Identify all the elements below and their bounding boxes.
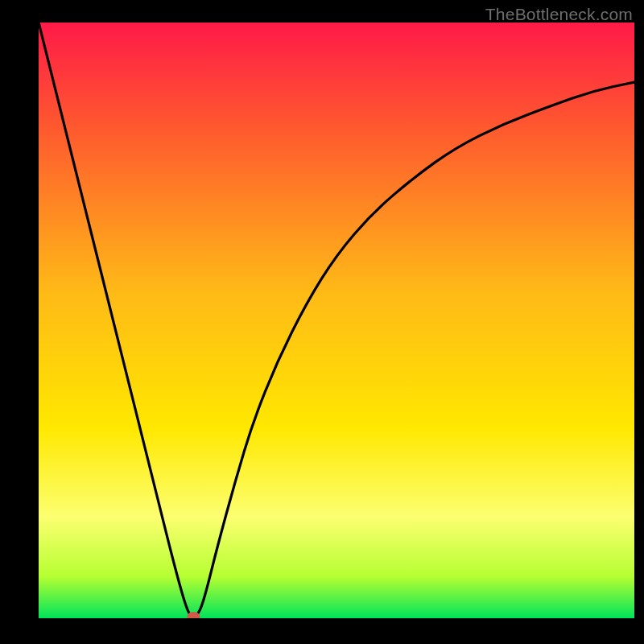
chart-frame [39,23,634,635]
chart-svg [39,23,634,618]
plot-area [39,23,634,618]
watermark-text: TheBottleneck.com [485,5,633,24]
gradient-background [39,23,634,618]
